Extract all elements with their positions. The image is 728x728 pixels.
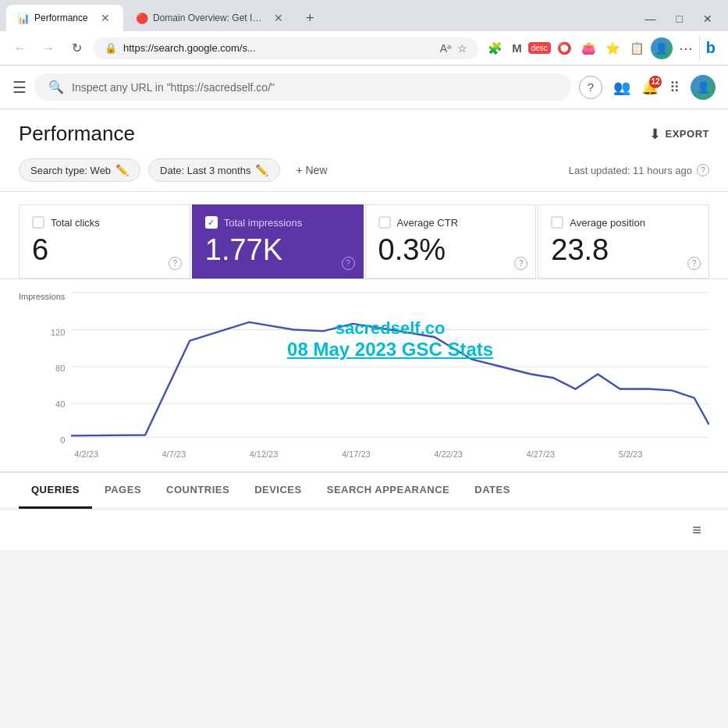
user-add-icon[interactable]: 👥 — [613, 79, 630, 96]
x-label-2: 4/7/23 — [162, 449, 186, 459]
apps-grid-icon[interactable]: ⠿ — [669, 79, 680, 96]
new-filter-button[interactable]: + New — [288, 159, 335, 181]
tab-favicon-2: 🔴 — [136, 12, 148, 24]
m-icon[interactable]: M — [509, 38, 525, 58]
date-range-label: Date: Last 3 months — [160, 165, 250, 176]
avg-position-checkbox — [551, 216, 563, 229]
profile-avatar[interactable]: 👤 — [651, 37, 673, 59]
metric-card-total-impressions[interactable]: ✓ Total impressions 1.77K ? — [192, 204, 364, 279]
x-axis: 4/2/23 4/7/23 4/12/23 4/17/23 4/22/23 4/… — [71, 449, 709, 459]
url-text: https://search.google.com/s... — [123, 42, 434, 54]
extensions-icon[interactable]: 🧩 — [485, 38, 506, 59]
search-type-label: Search type: Web — [30, 165, 111, 176]
export-icon: ⬇ — [649, 126, 661, 143]
total-clicks-checkbox — [32, 216, 44, 229]
tab-close-1[interactable]: ✕ — [98, 11, 112, 25]
close-button[interactable]: ✕ — [694, 9, 722, 28]
help-icon[interactable]: ? — [579, 76, 602, 99]
x-label-3: 4/12/23 — [250, 449, 279, 459]
last-updated-help-icon[interactable]: ? — [697, 164, 709, 176]
total-clicks-label: Total clicks — [51, 217, 100, 229]
line-chart — [71, 289, 709, 445]
desc-icon[interactable]: desc — [528, 42, 551, 54]
y-tick-40: 40 — [19, 400, 65, 409]
y-tick-0: 0 — [19, 435, 65, 445]
tab-queries[interactable]: QUERIES — [19, 473, 92, 509]
metric-card-avg-ctr[interactable]: Average CTR 0.3% ? — [365, 204, 537, 279]
date-edit-icon: ✏️ — [255, 164, 268, 176]
gsc-search-bar[interactable]: 🔍 Inspect any URL in "https://sacredself… — [34, 73, 571, 101]
user-avatar[interactable]: 👤 — [691, 75, 716, 100]
filter-row: Search type: Web ✏️ Date: Last 3 months … — [0, 152, 728, 192]
minimize-button[interactable]: — — [636, 9, 666, 28]
tab-search-appearance[interactable]: SEARCH APPEARANCE — [314, 473, 463, 509]
metric-card-total-clicks[interactable]: Total clicks 6 ? — [19, 204, 190, 279]
chart-area: Impressions 120 80 40 0 sacredself.co 08… — [0, 279, 728, 462]
total-impressions-value: 1.77K — [205, 233, 350, 267]
address-bar[interactable]: 🔒 https://search.google.com/s... Aᵃ ☆ — [94, 37, 478, 59]
avg-position-help-icon[interactable]: ? — [687, 257, 701, 270]
new-filter-label: + New — [296, 164, 327, 176]
bing-icon[interactable]: b — [699, 36, 719, 60]
gsc-toolbar: ☰ 🔍 Inspect any URL in "https://sacredse… — [0, 66, 728, 109]
search-type-filter[interactable]: Search type: Web ✏️ — [19, 158, 140, 182]
export-button[interactable]: ⬇ EXPORT — [649, 126, 709, 143]
performance-header: Performance ⬇ EXPORT — [0, 109, 728, 152]
metric-card-avg-position[interactable]: Average position 23.8 ? — [538, 204, 709, 279]
opera-icon[interactable]: ⭕ — [554, 38, 575, 59]
x-label-5: 4/22/23 — [434, 449, 463, 459]
page-title: Performance — [19, 122, 135, 146]
y-tick-80: 80 — [19, 364, 65, 373]
total-clicks-help-icon[interactable]: ? — [169, 257, 182, 270]
forward-button[interactable]: → — [37, 37, 59, 59]
avg-ctr-label: Average CTR — [397, 217, 459, 229]
avg-ctr-value: 0.3% — [378, 233, 524, 267]
data-tabs-section: QUERIES PAGES COUNTRIES DEVICES SEARCH A… — [0, 471, 728, 550]
data-tabs-row: QUERIES PAGES COUNTRIES DEVICES SEARCH A… — [0, 473, 728, 510]
browser-window: 📊 Performance ✕ 🔴 Domain Overview: Get I… — [0, 0, 728, 550]
tab-countries[interactable]: COUNTRIES — [154, 473, 242, 509]
more-menu-button[interactable]: ⋯ — [676, 37, 696, 60]
search-icon: 🔍 — [48, 80, 64, 94]
total-impressions-checkbox: ✓ — [205, 216, 218, 229]
x-label-4: 4/17/23 — [342, 449, 371, 459]
avg-ctr-help-icon[interactable]: ? — [514, 257, 527, 270]
browser-toolbar-icons: 🧩 M desc ⭕ 👛 ⭐ 📋 👤 ⋯ b — [485, 36, 719, 60]
search-placeholder-text: Inspect any URL in "https://sacredself.c… — [72, 81, 275, 94]
favorites-icon[interactable]: ⭐ — [602, 38, 623, 59]
back-button[interactable]: ← — [9, 37, 31, 59]
date-range-filter[interactable]: Date: Last 3 months ✏️ — [148, 158, 280, 182]
tab-bar: 📊 Performance ✕ 🔴 Domain Overview: Get I… — [0, 0, 728, 31]
reload-button[interactable]: ↻ — [66, 37, 87, 59]
tab-close-2[interactable]: ✕ — [272, 11, 286, 25]
new-tab-button[interactable]: + — [298, 5, 322, 31]
table-toolbar: ≡ — [0, 510, 728, 550]
tab-favicon-1: 📊 — [17, 12, 30, 24]
total-impressions-help-icon[interactable]: ? — [342, 257, 355, 270]
gsc-right-icons: ? 👥 🔔 12 ⠿ 👤 — [579, 75, 716, 100]
tab-pages[interactable]: PAGES — [92, 473, 154, 509]
lock-icon: 🔒 — [105, 42, 117, 54]
search-type-edit-icon: ✏️ — [115, 164, 129, 176]
star-icon[interactable]: ☆ — [457, 42, 467, 55]
hamburger-menu-icon[interactable]: ☰ — [12, 78, 27, 97]
last-updated: Last updated: 11 hours ago ? — [569, 164, 709, 176]
tab-inactive[interactable]: 🔴 Domain Overview: Get Instant D ✕ — [125, 5, 297, 31]
tab-devices[interactable]: DEVICES — [242, 473, 314, 509]
x-label-1: 4/2/23 — [74, 449, 98, 459]
total-impressions-label: Total impressions — [224, 217, 302, 229]
chart-container: sacredself.co 08 May 2023 GSC Stats — [71, 289, 709, 459]
tab-dates[interactable]: DATES — [462, 473, 523, 509]
notification-badge: 12 — [649, 76, 662, 88]
collections-icon[interactable]: 📋 — [627, 38, 648, 59]
filter-rows-icon[interactable]: ≡ — [684, 517, 709, 542]
wallet-icon[interactable]: 👛 — [578, 38, 599, 59]
read-mode-icon[interactable]: Aᵃ — [440, 42, 451, 55]
maximize-button[interactable]: □ — [667, 9, 692, 28]
tab-active[interactable]: 📊 Performance ✕ — [6, 5, 123, 31]
y-label-text: Impressions — [19, 292, 65, 301]
window-controls: — □ ✕ — [636, 9, 722, 31]
y-axis: Impressions 120 80 40 0 — [19, 289, 71, 445]
address-bar-row: ← → ↻ 🔒 https://search.google.com/s... A… — [0, 31, 728, 66]
total-clicks-value: 6 — [32, 233, 177, 267]
